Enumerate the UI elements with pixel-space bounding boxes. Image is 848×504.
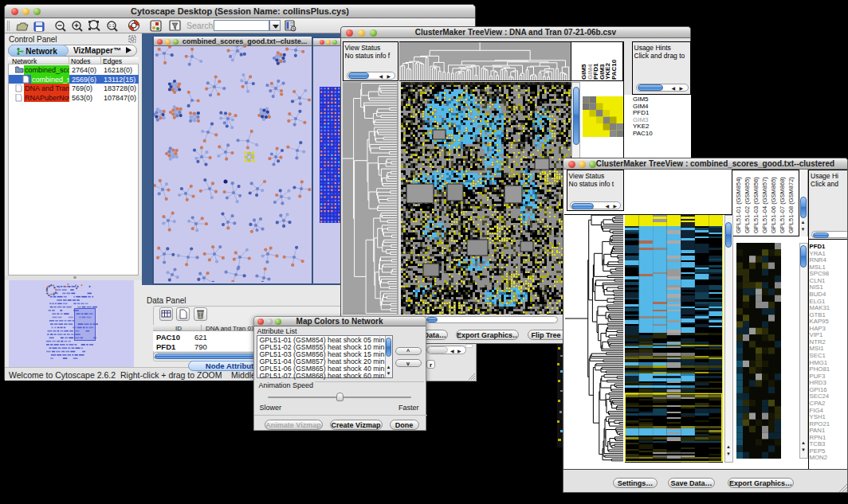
svg-text:GPL51-03 (GSM856): GPL51-03 (GSM856) (752, 177, 760, 233)
svg-text:GPL51-01 (GSM854): GPL51-01 (GSM854) (735, 177, 742, 233)
svg-text:GPL51-07 (GSM868): GPL51-07 (GSM868) (779, 177, 786, 233)
svg-text:GPL51-02 (GSM855): GPL51-02 (GSM855) (744, 177, 751, 233)
svg-text:b: b (292, 26, 295, 31)
svg-text:GPL51-06 (GSM865): GPL51-06 (GSM865) (770, 177, 777, 233)
svg-text:GPL51-08 (GSM872): GPL51-08 (GSM872) (787, 177, 795, 233)
svg-text:PAC10: PAC10 (610, 59, 617, 80)
svg-text:GPL51-04 (GSM857): GPL51-04 (GSM857) (761, 177, 768, 233)
svg-text:1:1: 1:1 (109, 23, 115, 28)
